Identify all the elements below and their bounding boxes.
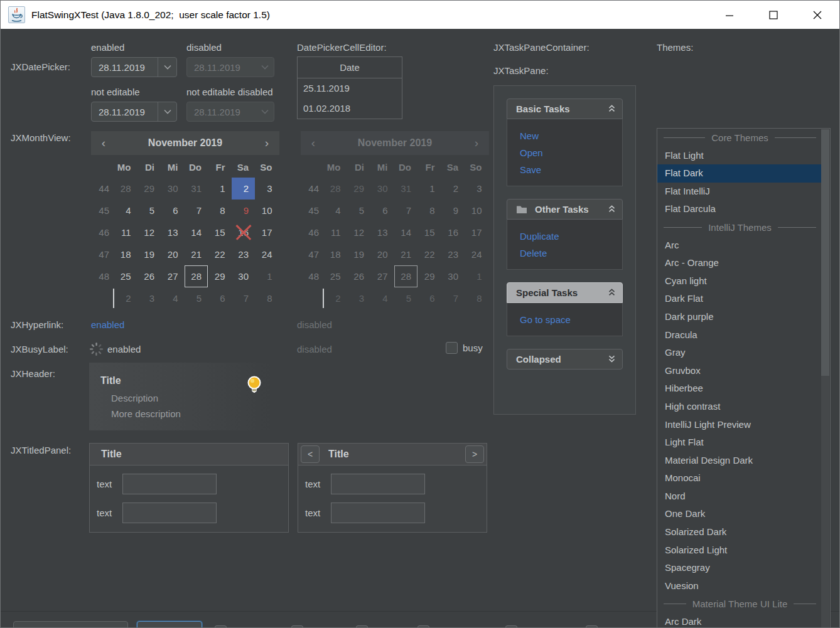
theme-item-gray[interactable]: Gray [657, 344, 822, 362]
day-cell[interactable]: 2 [232, 178, 256, 200]
day-cell[interactable]: 16 [232, 221, 256, 243]
theme-item-dark-flat[interactable]: Dark Flat [657, 290, 822, 308]
day-cell[interactable]: 3 [255, 178, 279, 200]
day-cell[interactable]: 14 [185, 221, 208, 243]
theme-item-intellij-light-preview[interactable]: IntelliJ Light Preview [657, 416, 822, 434]
theme-item-solarized-light[interactable]: Solarized Light [657, 541, 822, 560]
day-cell[interactable]: 19 [137, 243, 161, 265]
day-cell[interactable]: 8 [255, 287, 279, 309]
text-field[interactable] [331, 474, 425, 494]
checkbox-box[interactable] [291, 625, 303, 628]
day-cell[interactable]: 7 [185, 200, 208, 221]
checkbox-box[interactable] [446, 342, 458, 354]
day-cell[interactable]: 28 [185, 265, 208, 287]
theme-item-vuesion[interactable]: Vuesion [657, 577, 822, 595]
day-cell[interactable]: 5 [137, 200, 161, 221]
checkbox-box[interactable] [215, 625, 227, 628]
checkbox-box[interactable] [586, 625, 598, 628]
next-button[interactable]: > [465, 445, 484, 463]
day-cell[interactable]: 12 [137, 221, 161, 243]
datepicker-enabled[interactable]: 28.11.2019 [91, 57, 177, 77]
prev-button[interactable]: < [301, 445, 320, 463]
theme-item-hiberbee[interactable]: Hiberbee [657, 380, 822, 398]
day-cell[interactable]: 3 [137, 287, 161, 309]
day-cell[interactable]: 5 [185, 287, 208, 309]
taskpane-header-other-tasks[interactable]: Other Tasks [507, 199, 623, 220]
taskpane-header-basic-tasks[interactable]: Basic Tasks [507, 98, 623, 119]
minimize-button[interactable] [708, 1, 751, 29]
day-cell[interactable]: 7 [232, 287, 256, 309]
theme-item-flat-light[interactable]: Flat Light [657, 147, 822, 165]
datepicker-dropdown-button[interactable] [158, 102, 176, 121]
maximize-button[interactable] [751, 1, 795, 29]
day-cell[interactable]: 29 [137, 178, 161, 200]
day-cell[interactable]: 22 [208, 243, 232, 265]
theme-item-dark-purple[interactable]: Dark purple [657, 308, 822, 326]
day-cell[interactable]: 2 [114, 287, 137, 309]
mode-combo[interactable]: default [137, 621, 202, 628]
day-cell[interactable]: 6 [161, 200, 185, 221]
datepicker-not-editable[interactable]: 28.11.2019 [91, 102, 177, 122]
text-field[interactable] [122, 474, 217, 494]
theme-item-arc-dark[interactable]: Arc Dark [657, 613, 822, 628]
theme-item-flat-dark[interactable]: Flat Dark [657, 164, 822, 183]
next-month-icon[interactable]: › [258, 136, 276, 150]
taskpane-header-special-tasks[interactable]: Special Tasks [507, 282, 623, 303]
day-cell[interactable]: 30 [161, 178, 185, 200]
day-cell[interactable]: 23 [232, 243, 256, 265]
day-cell[interactable]: 4 [161, 287, 185, 309]
day-cell[interactable]: 27 [161, 265, 185, 287]
collapse-chevron-icon[interactable] [608, 104, 616, 114]
day-cell[interactable]: 25 [114, 265, 137, 287]
day-cell[interactable]: 15 [208, 221, 232, 243]
task-link-save[interactable]: Save [520, 161, 622, 178]
day-cell[interactable]: 29 [208, 265, 232, 287]
taskpane-header-collapsed[interactable]: Collapsed [507, 349, 623, 370]
collapse-chevron-icon[interactable] [608, 204, 616, 215]
datepicker-value[interactable]: 28.11.2019 [92, 102, 158, 121]
checkbox-busy[interactable]: busy [446, 342, 483, 354]
day-cell[interactable]: 1 [208, 178, 232, 200]
hyperlink-enabled[interactable]: enabled [91, 319, 124, 330]
task-link-delete[interactable]: Delete [520, 245, 622, 262]
theme-item-solarized-dark[interactable]: Solarized Dark [657, 523, 822, 541]
theme-item-flat-darcula[interactable]: Flat Darcula [657, 200, 822, 218]
day-cell[interactable]: 10 [255, 200, 279, 221]
text-field[interactable] [122, 503, 217, 523]
day-cell[interactable]: 26 [137, 265, 161, 287]
theme-item-gruvbox[interactable]: Gruvbox [657, 362, 822, 380]
close-window-button[interactable] [795, 1, 839, 29]
table-row[interactable]: 25.11.2019 [298, 78, 402, 98]
day-cell[interactable]: 1 [255, 265, 279, 287]
collapse-chevron-icon[interactable] [608, 287, 616, 298]
theme-item-arc[interactable]: Arc [657, 237, 822, 255]
theme-item-one-dark[interactable]: One Dark [657, 505, 822, 523]
checkbox-inspect[interactable]: inspect [356, 625, 403, 628]
theme-item-cyan-light[interactable]: Cyan light [657, 272, 822, 290]
checkbox-box[interactable] [505, 625, 517, 628]
table-row[interactable]: 01.02.2018 [298, 98, 402, 119]
themes-scrollbar-thumb[interactable] [821, 129, 829, 376]
theme-item-light-flat[interactable]: Light Flat [657, 434, 822, 452]
task-link-go-to-space[interactable]: Go to space [520, 311, 622, 328]
day-cell[interactable]: 6 [208, 287, 232, 309]
theme-item-dracula[interactable]: Dracula [657, 326, 822, 344]
day-cell[interactable]: 21 [185, 243, 208, 265]
theme-item-high-contrast[interactable]: High contrast [657, 398, 822, 416]
theme-item-spacegray[interactable]: Spacegray [657, 559, 822, 577]
day-cell[interactable]: 28 [114, 178, 137, 200]
task-link-new[interactable]: New [520, 127, 622, 144]
theme-item-monocai[interactable]: Monocai [657, 469, 822, 487]
day-cell[interactable]: 4 [114, 200, 137, 221]
day-cell[interactable]: 11 [114, 221, 137, 243]
day-cell[interactable]: 17 [255, 221, 279, 243]
theme-item-arc-orange[interactable]: Arc - Orange [657, 254, 822, 272]
checkbox-enabled[interactable]: enabled [291, 625, 342, 628]
day-cell[interactable]: 31 [185, 178, 208, 200]
checkbox-background[interactable]: background [505, 625, 571, 628]
theme-item-nord[interactable]: Nord [657, 487, 822, 506]
expand-chevron-icon[interactable] [608, 354, 616, 365]
datepicker-value[interactable]: 28.11.2019 [92, 58, 158, 77]
text-field[interactable] [331, 503, 425, 523]
day-cell[interactable]: 9 [232, 200, 256, 221]
